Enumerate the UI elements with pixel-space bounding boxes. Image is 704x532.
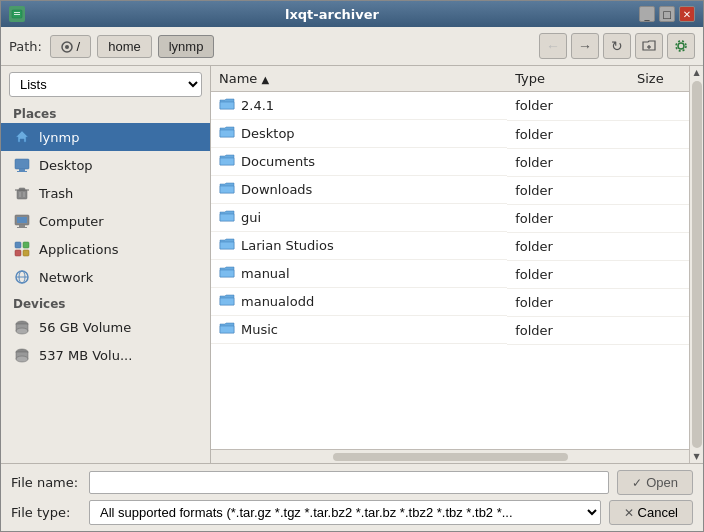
sidebar-label-computer: Computer bbox=[39, 214, 104, 229]
maximize-button[interactable]: □ bbox=[659, 6, 675, 22]
folder-icon bbox=[219, 208, 235, 227]
filename-input[interactable] bbox=[89, 471, 609, 494]
file-size-cell bbox=[629, 120, 689, 148]
svg-rect-13 bbox=[17, 190, 27, 199]
new-folder-button[interactable] bbox=[635, 33, 663, 59]
svg-point-34 bbox=[16, 356, 28, 362]
file-name-cell: manualodd bbox=[211, 288, 507, 316]
file-type-cell: folder bbox=[507, 204, 629, 232]
svg-rect-23 bbox=[23, 242, 29, 248]
lists-select[interactable]: Lists Bookmarks Recent bbox=[9, 72, 202, 97]
path-home-button[interactable]: home bbox=[97, 35, 152, 58]
main-window: lxqt-archiver _ □ ✕ Path: / home lynmp ←… bbox=[0, 0, 704, 532]
sidebar-item-applications[interactable]: Applications bbox=[1, 235, 210, 263]
svg-rect-1 bbox=[14, 12, 20, 13]
filename-row: File name: ✓ Open bbox=[11, 470, 693, 495]
open-button[interactable]: ✓ Open bbox=[617, 470, 693, 495]
file-type-cell: folder bbox=[507, 260, 629, 288]
path-label: Path: bbox=[9, 39, 42, 54]
file-size-cell bbox=[629, 316, 689, 344]
svg-rect-10 bbox=[15, 159, 29, 169]
table-row[interactable]: Music folder bbox=[211, 316, 689, 344]
sidebar-item-537mb[interactable]: 537 MB Volu... bbox=[1, 341, 210, 369]
toolbar: Path: / home lynmp ← → ↻ bbox=[1, 27, 703, 66]
path-current-button[interactable]: lynmp bbox=[158, 35, 215, 58]
file-name: gui bbox=[241, 210, 261, 225]
horizontal-scrollbar[interactable] bbox=[211, 449, 689, 463]
file-list-table: Name Type Size bbox=[211, 66, 689, 345]
folder-icon bbox=[219, 124, 235, 143]
svg-rect-19 bbox=[19, 225, 25, 227]
refresh-button[interactable]: ↻ bbox=[603, 33, 631, 59]
sidebar-label-56gb: 56 GB Volume bbox=[39, 320, 131, 335]
column-name[interactable]: Name bbox=[211, 66, 507, 92]
network-icon bbox=[13, 268, 31, 286]
filetype-label: File type: bbox=[11, 505, 81, 520]
sidebar-item-computer[interactable]: Computer bbox=[1, 207, 210, 235]
computer-icon bbox=[13, 212, 31, 230]
path-root-button[interactable]: / bbox=[50, 35, 91, 58]
svg-point-7 bbox=[678, 43, 684, 49]
table-row[interactable]: manualodd folder bbox=[211, 288, 689, 316]
file-type-cell: folder bbox=[507, 120, 629, 148]
app-icon bbox=[9, 6, 25, 22]
forward-button[interactable]: → bbox=[571, 33, 599, 59]
file-name-cell: Downloads bbox=[211, 176, 507, 204]
svg-rect-20 bbox=[17, 227, 27, 228]
file-name-cell: gui bbox=[211, 204, 507, 232]
svg-rect-22 bbox=[15, 242, 21, 248]
vertical-scrollbar[interactable]: ▲ ▼ bbox=[689, 66, 703, 463]
file-name: Downloads bbox=[241, 182, 312, 197]
title-bar-left bbox=[9, 6, 25, 22]
sidebar-label-537mb: 537 MB Volu... bbox=[39, 348, 132, 363]
file-name: Documents bbox=[241, 154, 315, 169]
column-type[interactable]: Type bbox=[507, 66, 629, 92]
table-row[interactable]: manual folder bbox=[211, 260, 689, 288]
back-button[interactable]: ← bbox=[539, 33, 567, 59]
main-area: Lists Bookmarks Recent Places lynmp bbox=[1, 66, 703, 463]
drive-icon-56gb bbox=[13, 318, 31, 336]
sidebar-item-lynmp[interactable]: lynmp bbox=[1, 123, 210, 151]
table-row[interactable]: Larian Studios folder bbox=[211, 232, 689, 260]
file-name: Desktop bbox=[241, 126, 295, 141]
hscroll-thumb bbox=[333, 453, 568, 461]
file-name-cell: manual bbox=[211, 260, 507, 288]
table-row[interactable]: Documents folder bbox=[211, 148, 689, 176]
table-row[interactable]: 2.4.1 folder bbox=[211, 92, 689, 121]
filetype-select[interactable]: All supported formats (*.tar.gz *.tgz *.… bbox=[89, 500, 601, 525]
table-row[interactable]: Downloads folder bbox=[211, 176, 689, 204]
cancel-button[interactable]: ✕ Cancel bbox=[609, 500, 693, 525]
title-bar: lxqt-archiver _ □ ✕ bbox=[1, 1, 703, 27]
minimize-button[interactable]: _ bbox=[639, 6, 655, 22]
folder-icon bbox=[219, 292, 235, 311]
sidebar-item-56gb[interactable]: 56 GB Volume bbox=[1, 313, 210, 341]
svg-rect-24 bbox=[15, 250, 21, 256]
devices-section: Devices bbox=[1, 291, 210, 313]
sidebar-label-desktop: Desktop bbox=[39, 158, 93, 173]
settings-button[interactable] bbox=[667, 33, 695, 59]
scroll-up[interactable]: ▲ bbox=[693, 68, 699, 77]
column-size[interactable]: Size bbox=[629, 66, 689, 92]
scroll-down[interactable]: ▼ bbox=[693, 452, 699, 461]
file-type-cell: folder bbox=[507, 92, 629, 121]
svg-marker-9 bbox=[16, 131, 28, 142]
folder-icon bbox=[219, 264, 235, 283]
table-row[interactable]: gui folder bbox=[211, 204, 689, 232]
sidebar-item-trash[interactable]: Trash bbox=[1, 179, 210, 207]
file-type-cell: folder bbox=[507, 288, 629, 316]
file-size-cell bbox=[629, 288, 689, 316]
file-size-cell bbox=[629, 176, 689, 204]
file-name: manualodd bbox=[241, 294, 314, 309]
home-icon bbox=[13, 128, 31, 146]
window-title: lxqt-archiver bbox=[25, 7, 639, 22]
file-name: 2.4.1 bbox=[241, 98, 274, 113]
close-button[interactable]: ✕ bbox=[679, 6, 695, 22]
file-type-cell: folder bbox=[507, 148, 629, 176]
sidebar-label-lynmp: lynmp bbox=[39, 130, 79, 145]
sidebar-item-desktop[interactable]: Desktop bbox=[1, 151, 210, 179]
places-section: Places bbox=[1, 101, 210, 123]
table-row[interactable]: Desktop folder bbox=[211, 120, 689, 148]
lists-dropdown[interactable]: Lists Bookmarks Recent bbox=[9, 72, 202, 97]
sidebar-item-network[interactable]: Network bbox=[1, 263, 210, 291]
content-area: Name Type Size bbox=[211, 66, 689, 463]
